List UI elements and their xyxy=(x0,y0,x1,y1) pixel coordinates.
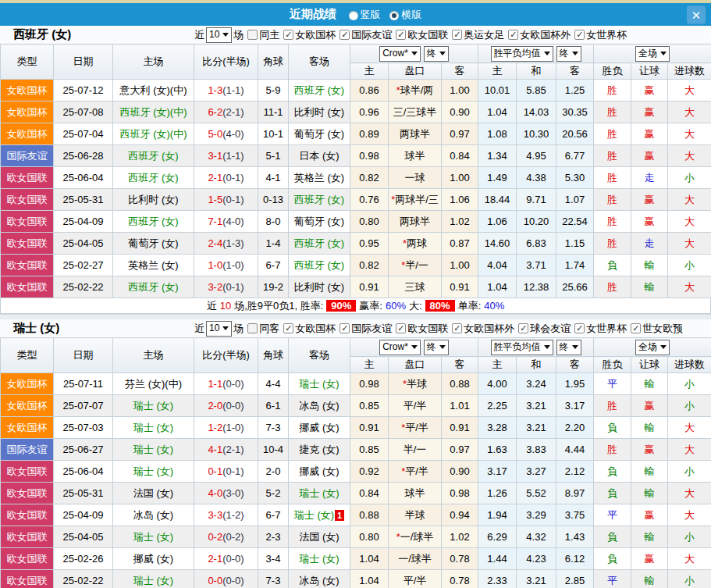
filter-item-1[interactable]: ✓ 女欧国杯 xyxy=(283,322,336,336)
handicap-home-odds: 1.04 xyxy=(350,570,389,588)
column-header: 角球 xyxy=(258,338,289,373)
filter-item-0[interactable]: 同客 xyxy=(247,322,279,336)
odds-away-win: 1.74 xyxy=(556,255,594,276)
result-win-loss: 胜 xyxy=(594,395,631,417)
halftime-score: (2-1) xyxy=(222,444,244,455)
away-team: 捷克 (女) xyxy=(289,439,350,461)
wdl-average-select[interactable]: 胜平负均值 xyxy=(491,46,553,62)
filter-item-6[interactable]: ✓ 女世界杯 xyxy=(574,28,627,42)
fulltime-score: 1-5 xyxy=(208,194,222,205)
result-win-loss: 胜 xyxy=(594,80,631,102)
games-count-select[interactable]: 10 xyxy=(206,321,232,337)
filter-item-5[interactable]: ✓ 女欧国杯外 xyxy=(508,28,571,42)
away-team: 西班牙 (女) xyxy=(289,189,350,211)
match-date: 25-04-05 xyxy=(54,233,113,255)
filter-item-7[interactable]: ✓ 世女欧预 xyxy=(631,322,683,336)
wdl-final-select[interactable]: 终 xyxy=(556,46,581,62)
checkbox-icon[interactable]: ✓ xyxy=(452,323,462,333)
radio-horizontal-layout[interactable] xyxy=(389,11,399,20)
handicap-line: *两球 xyxy=(389,233,442,255)
league-badge: 欧女国联 xyxy=(1,276,54,298)
filter-item-4[interactable]: ✓ 女欧国杯外 xyxy=(452,322,514,336)
games-count-select[interactable]: 10 xyxy=(206,27,232,43)
filter-item-1[interactable]: ✓ 女欧国杯 xyxy=(283,28,336,42)
checkbox-icon[interactable]: ✓ xyxy=(396,323,406,333)
halftime-score: (3-0) xyxy=(222,487,244,499)
handicap-line: 平/半 xyxy=(389,570,442,588)
away-team: 挪威 (女) xyxy=(289,461,350,483)
corner-count: 4-4 xyxy=(258,373,289,395)
table-row: 欧女国联 25-02-27 英格兰 (女) 1-0(1-0) 6-7 西班牙 (… xyxy=(1,255,711,276)
result-group-header: 全场 xyxy=(594,338,711,357)
odds-provider-select[interactable]: Crow* xyxy=(379,340,421,355)
checkbox-icon[interactable]: ✓ xyxy=(518,323,528,333)
odds-away-win: 4.44 xyxy=(556,439,594,461)
titlebar: 近期战绩 竖版 横版 ✕ xyxy=(0,3,711,26)
filter-item-0[interactable]: 同主 xyxy=(247,28,279,42)
checkbox-icon[interactable]: ✓ xyxy=(283,30,293,40)
handicap-home-odds: 0.92 xyxy=(350,461,389,483)
handicap-final-select[interactable]: 终 xyxy=(424,46,449,62)
away-note-badge: 1 xyxy=(335,510,344,521)
odds-home-win: 14.60 xyxy=(478,233,517,255)
handicap-line: 球半 xyxy=(389,145,442,167)
odds-provider-select[interactable]: Crow* xyxy=(379,46,421,62)
checkbox-icon[interactable]: ✓ xyxy=(283,323,293,333)
halftime-score: (0-0) xyxy=(222,553,244,565)
filter-item-5[interactable]: ✓ 球会友谊 xyxy=(518,322,571,336)
recent-label: 近 xyxy=(194,322,204,336)
handicap-away-odds: 0.98 xyxy=(442,483,478,504)
score: 0-1(0-1) xyxy=(194,461,258,483)
checkbox-icon[interactable]: ✓ xyxy=(396,30,406,40)
radio-horizontal-label[interactable]: 横版 xyxy=(401,9,421,20)
odds-away-win: 3.17 xyxy=(556,395,594,417)
result-goals: 大 xyxy=(668,548,711,570)
handicap-line: 一/球半 xyxy=(389,548,442,570)
checkbox-icon[interactable] xyxy=(247,323,258,333)
handicap-line: *平/半 xyxy=(389,417,442,439)
filter-item-3[interactable]: ✓ 欧女国联 xyxy=(396,322,448,336)
handicap-final-select[interactable]: 终 xyxy=(424,340,449,355)
chevron-down-icon xyxy=(572,52,578,55)
halftime-score: (0-1) xyxy=(222,281,244,293)
score: 0-2(0-2) xyxy=(194,526,258,548)
sub-column-header: 主 xyxy=(350,357,389,373)
score: 1-2(1-0) xyxy=(194,417,258,439)
odds-home-win: 4.04 xyxy=(478,255,517,276)
wdl-average-select[interactable]: 胜平负均值 xyxy=(491,340,553,355)
handicap-away-odds: 1.02 xyxy=(442,526,478,548)
filter-item-2[interactable]: ✓ 国际友谊 xyxy=(340,28,392,42)
score: 4-1(2-1) xyxy=(194,439,258,461)
odds-draw: 10.20 xyxy=(517,211,556,233)
checkbox-icon[interactable]: ✓ xyxy=(574,323,585,333)
filter-item-4[interactable]: ✓ 奥运女足 xyxy=(452,28,504,42)
league-badge: 欧女国联 xyxy=(1,189,54,211)
handicap-line: 球半 xyxy=(389,483,442,504)
fulltime-score: 6-2 xyxy=(208,106,222,118)
handicap-line: *一/球半 xyxy=(389,526,442,548)
result-goals: 大 xyxy=(668,504,711,526)
radio-vertical-label[interactable]: 竖版 xyxy=(361,9,381,20)
match-scope-select[interactable]: 全场 xyxy=(635,46,670,62)
wdl-final-select[interactable]: 终 xyxy=(556,340,581,355)
checkbox-icon[interactable]: ✓ xyxy=(452,30,462,40)
score: 3-3(1-2) xyxy=(194,504,258,526)
result-win-loss: 負 xyxy=(594,483,631,504)
checkbox-icon[interactable]: ✓ xyxy=(340,323,350,333)
close-button[interactable]: ✕ xyxy=(687,5,706,23)
halftime-score: (1-0) xyxy=(222,259,244,271)
checkbox-icon[interactable]: ✓ xyxy=(631,323,641,333)
filter-item-3[interactable]: ✓ 欧女国联 xyxy=(396,28,448,42)
checkbox-icon[interactable] xyxy=(247,30,258,40)
checkbox-icon[interactable]: ✓ xyxy=(508,30,518,40)
match-scope-select[interactable]: 全场 xyxy=(635,340,670,355)
filter-item-2[interactable]: ✓ 国际友谊 xyxy=(340,322,392,336)
corner-count: 5-2 xyxy=(258,483,289,504)
checkbox-icon[interactable]: ✓ xyxy=(340,30,350,40)
halftime-score: (0-1) xyxy=(222,465,244,477)
corner-count: 2-3 xyxy=(258,526,289,548)
checkbox-icon[interactable]: ✓ xyxy=(574,30,585,40)
radio-vertical-layout[interactable] xyxy=(349,11,358,20)
odds-draw: 3.21 xyxy=(517,570,556,588)
filter-item-6[interactable]: ✓ 女世界杯 xyxy=(574,322,627,336)
